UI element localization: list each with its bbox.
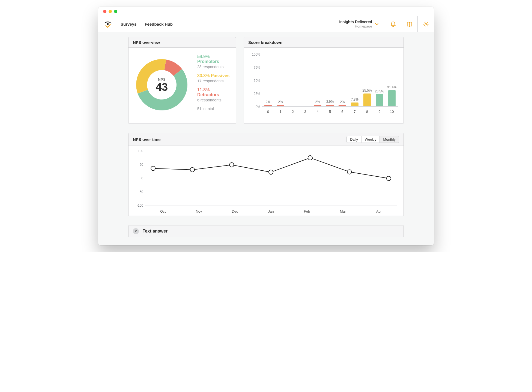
score-breakdown-bars: 2%2%2%3.9%2%7.8%25.5%23.5%31.4% (262, 55, 398, 107)
svg-point-4 (229, 163, 234, 167)
docs-button[interactable] (401, 16, 417, 32)
svg-point-1 (425, 23, 427, 25)
promoters-sub: 28 respondents (197, 65, 230, 69)
gear-icon (423, 21, 429, 27)
promoters-title: 54.9% Promoters (197, 54, 230, 64)
nps-donut-chart: NPS 43 (134, 57, 190, 113)
window-minimize-icon[interactable] (109, 10, 112, 13)
bar-value-label: 2% (340, 100, 345, 104)
x-tick: Dec (217, 209, 253, 213)
x-tick: Oct (145, 209, 181, 213)
svg-point-2 (151, 166, 155, 171)
score-breakdown-title: Score breakdown (248, 40, 282, 45)
notifications-button[interactable] (385, 16, 401, 32)
detractors-title: 11.8% Detractors (197, 88, 230, 97)
granularity-segment: Daily Weekly Monthly (346, 136, 399, 143)
bar (376, 94, 383, 107)
x-tick: 3 (299, 110, 311, 114)
y-tick: 0 (134, 176, 143, 180)
question-title: Text answer (143, 229, 168, 234)
seg-monthly[interactable]: Monthly (380, 136, 399, 143)
x-tick: 10 (386, 110, 398, 114)
nps-over-time-card: NPS over time Daily Weekly Monthly 10050… (128, 133, 404, 216)
bar (363, 94, 371, 107)
svg-point-5 (269, 170, 273, 174)
nps-over-time-title: NPS over time (133, 137, 161, 142)
svg-point-8 (387, 176, 391, 180)
account-subtitle: Homepage (339, 24, 372, 29)
bell-icon (390, 21, 396, 27)
y-tick: 50 (134, 163, 143, 167)
y-tick: 0% (249, 105, 260, 109)
bar-value-label: 23.5% (375, 89, 384, 93)
brand-logo[interactable] (98, 16, 117, 32)
svg-point-6 (308, 156, 312, 160)
bar (388, 90, 396, 107)
window-zoom-icon[interactable] (114, 10, 117, 13)
nps-total: 51 in total (197, 107, 230, 111)
y-tick: 75% (249, 66, 260, 70)
bar-value-label: 31.4% (387, 85, 396, 89)
app-window: Surveys Feedback Hub Insights Delivered … (98, 7, 434, 245)
y-tick: -100 (134, 204, 143, 207)
x-tick: 1 (274, 110, 286, 114)
bar (351, 102, 358, 107)
x-tick: 8 (361, 110, 373, 114)
nps-center-value: 43 (156, 82, 168, 92)
seg-weekly[interactable]: Weekly (361, 136, 380, 143)
detractors-sub: 6 respondents (197, 98, 230, 102)
svg-point-3 (190, 168, 195, 172)
window-close-icon[interactable] (103, 10, 106, 13)
logo-icon (103, 20, 113, 28)
bar-value-label: 2% (266, 100, 270, 104)
bar-value-label: 3.9% (326, 100, 334, 104)
account-title: Insights Delivered (339, 20, 372, 25)
window-titlebar (98, 7, 434, 16)
bar-value-label: 25.5% (363, 89, 372, 92)
x-tick: 7 (349, 110, 361, 114)
nps-overview-title: NPS overview (133, 40, 160, 45)
settings-button[interactable] (417, 16, 434, 32)
svg-point-0 (107, 23, 109, 25)
passives-sub: 17 respondents (197, 79, 230, 83)
y-tick: 100 (134, 149, 143, 153)
top-nav: Surveys Feedback Hub Insights Delivered … (98, 16, 434, 32)
seg-daily[interactable]: Daily (346, 136, 361, 143)
nps-over-time-plot (145, 151, 397, 206)
y-tick: 25% (249, 92, 260, 96)
svg-point-7 (347, 170, 352, 174)
score-breakdown-card: Score breakdown 100%75%50%25%0% 2%2%2%3.… (244, 37, 404, 124)
y-tick: 50% (249, 79, 260, 83)
nav-feedback[interactable]: Feedback Hub (145, 22, 173, 26)
chevron-down-icon (375, 22, 379, 26)
x-tick: Nov (181, 209, 217, 213)
y-tick: 100% (249, 53, 260, 56)
x-tick: Mar (325, 209, 361, 213)
x-tick: 6 (336, 110, 348, 114)
x-tick: Apr (361, 209, 397, 213)
bar-value-label: 2% (278, 100, 283, 104)
x-tick: 2 (287, 110, 299, 114)
x-tick: 4 (311, 110, 324, 114)
bar-value-label: 7.8% (351, 98, 358, 101)
x-tick: 0 (262, 110, 274, 114)
question-number-badge: 2 (133, 228, 139, 234)
x-tick: Feb (289, 209, 325, 213)
book-icon (407, 21, 413, 27)
passives-title: 33.3% Passives (197, 73, 230, 78)
question-2-row[interactable]: 2 Text answer (128, 225, 404, 237)
x-tick: 5 (324, 110, 336, 114)
account-switcher[interactable]: Insights Delivered Homepage (333, 16, 385, 32)
x-tick: 9 (373, 110, 385, 114)
bar-value-label: 2% (315, 100, 320, 104)
x-tick: Jan (253, 209, 289, 213)
nps-overview-card: NPS overview NPS 43 54.9% Promoters 28 r… (128, 37, 236, 124)
nav-surveys[interactable]: Surveys (121, 22, 136, 26)
y-tick: -50 (134, 190, 143, 194)
